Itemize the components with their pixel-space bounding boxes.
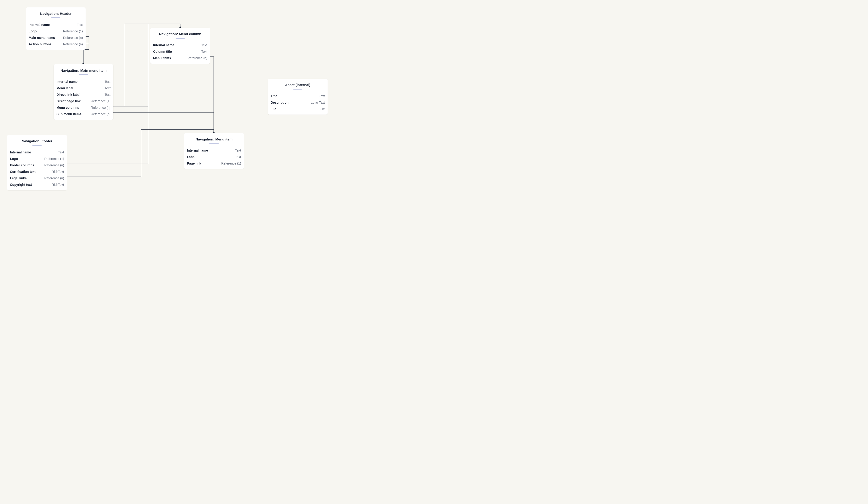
field-row: Internal nameText	[153, 42, 207, 48]
card-nav-menu-column[interactable]: Navigation: Menu column Internal nameTex…	[151, 28, 210, 64]
card-nav-main-menu-item[interactable]: Navigation: Main menu item Internal name…	[54, 64, 113, 120]
field-name: Page link	[187, 161, 201, 165]
field-name: Logo	[29, 29, 37, 33]
field-row: Sub menu itemsReference (n)	[56, 111, 111, 117]
field-name: Internal name	[153, 43, 174, 47]
card-title: Navigation: Main menu item	[56, 69, 111, 72]
field-type: Reference (n)	[63, 35, 83, 40]
field-name: Direct link label	[56, 93, 80, 97]
field-name: Title	[271, 94, 277, 98]
field-type: Text	[105, 80, 111, 84]
field-type: Reference (1)	[63, 29, 83, 33]
field-type: Reference (1)	[221, 161, 241, 165]
field-name: Menu columns	[56, 105, 79, 110]
card-asset-internal[interactable]: Asset (internal) TitleText DescriptionLo…	[268, 79, 328, 114]
field-row: Column titleText	[153, 48, 207, 55]
accent-bar	[51, 17, 60, 18]
field-row: LabelText	[187, 154, 241, 160]
field-type: Text	[235, 148, 241, 153]
card-nav-footer[interactable]: Navigation: Footer Internal nameText Log…	[7, 135, 67, 190]
field-type: Text	[105, 86, 111, 90]
field-type: Reference (n)	[187, 56, 207, 60]
field-name: Action buttons	[29, 42, 52, 46]
accent-bar	[293, 89, 302, 90]
field-type: Reference (n)	[44, 176, 64, 180]
field-name: Logo	[10, 157, 18, 161]
field-name: File	[271, 107, 276, 111]
field-row: Internal nameText	[56, 79, 111, 85]
field-name: Direct page link	[56, 99, 81, 103]
field-row: Copyright textRichText	[10, 182, 64, 188]
field-type: Long Text	[311, 101, 325, 105]
field-row: Menu labelText	[56, 85, 111, 91]
field-name: Internal name	[29, 23, 50, 27]
field-row: Internal nameText	[10, 149, 64, 155]
field-type: Text	[201, 43, 207, 47]
field-name: Menu items	[153, 56, 171, 60]
field-type: Reference (1)	[44, 157, 64, 161]
field-name: Description	[271, 101, 289, 105]
field-row: LogoReference (1)	[29, 28, 83, 34]
field-name: Footer columns	[10, 163, 34, 167]
field-type: Text	[77, 23, 83, 27]
field-name: Column title	[153, 50, 172, 54]
fields-list: Internal nameText Menu labelText Direct …	[56, 79, 111, 117]
field-row: DescriptionLong Text	[271, 99, 325, 106]
field-type: Reference (n)	[44, 163, 64, 167]
field-name: Legal links	[10, 176, 27, 180]
field-row: Legal linksReference (n)	[10, 175, 64, 182]
field-name: Sub menu items	[56, 112, 81, 116]
field-type: Reference (1)	[91, 99, 111, 103]
field-name: Certification text	[10, 169, 35, 174]
field-row: Direct page linkReference (1)	[56, 98, 111, 104]
field-type: Reference (n)	[91, 105, 111, 110]
card-title: Navigation: Header	[29, 12, 83, 16]
card-title: Navigation: Menu column	[153, 32, 207, 36]
accent-bar	[209, 143, 219, 144]
fields-list: Internal nameText LogoReference (1) Foot…	[10, 149, 64, 188]
field-row: Footer columnsReference (n)	[10, 162, 64, 168]
field-name: Menu label	[56, 86, 73, 90]
field-type: Text	[319, 94, 325, 98]
field-type: Reference (n)	[63, 42, 83, 46]
field-row: Menu itemsReference (n)	[153, 55, 207, 61]
fields-list: Internal nameText LogoReference (1) Main…	[29, 21, 83, 48]
card-title: Navigation: Footer	[10, 139, 64, 143]
card-nav-menu-item[interactable]: Navigation: Menu item Internal nameText …	[184, 133, 244, 169]
field-row: Page linkReference (1)	[187, 160, 241, 167]
field-row: FileFile	[271, 106, 325, 112]
fields-list: Internal nameText Column titleText Menu …	[153, 42, 207, 61]
field-row: Internal nameText	[29, 21, 83, 28]
card-nav-header[interactable]: Navigation: Header Internal nameText Log…	[26, 7, 86, 50]
field-row: Main menu itemsReference (n)	[29, 34, 83, 41]
field-type: Text	[58, 150, 64, 154]
field-name: Internal name	[10, 150, 31, 154]
field-row: Menu columnsReference (n)	[56, 104, 111, 111]
field-type: RichText	[52, 169, 64, 174]
field-row: Action buttonsReference (n)	[29, 41, 83, 48]
field-row: TitleText	[271, 93, 325, 99]
accent-bar	[79, 74, 88, 75]
field-name: Label	[187, 155, 196, 159]
fields-list: Internal nameText LabelText Page linkRef…	[187, 147, 241, 167]
field-name: Copyright text	[10, 183, 32, 187]
field-name: Main menu items	[29, 35, 55, 40]
field-name: Internal name	[187, 148, 208, 153]
field-row: LogoReference (1)	[10, 155, 64, 162]
field-type: Text	[105, 93, 111, 97]
fields-list: TitleText DescriptionLong Text FileFile	[271, 93, 325, 112]
field-type: Text	[235, 155, 241, 159]
field-row: Direct link labelText	[56, 91, 111, 98]
field-row: Internal nameText	[187, 147, 241, 154]
card-title: Asset (internal)	[271, 83, 325, 87]
accent-bar	[32, 145, 42, 146]
field-type: RichText	[52, 183, 64, 187]
accent-bar	[176, 38, 185, 39]
field-type: Text	[201, 50, 207, 54]
field-type: Reference (n)	[91, 112, 111, 116]
diagram-canvas: Navigation: Header Internal nameText Log…	[0, 0, 335, 194]
field-name: Internal name	[56, 80, 78, 84]
field-type: File	[320, 107, 325, 111]
field-row: Certification textRichText	[10, 168, 64, 175]
card-title: Navigation: Menu item	[187, 137, 241, 141]
